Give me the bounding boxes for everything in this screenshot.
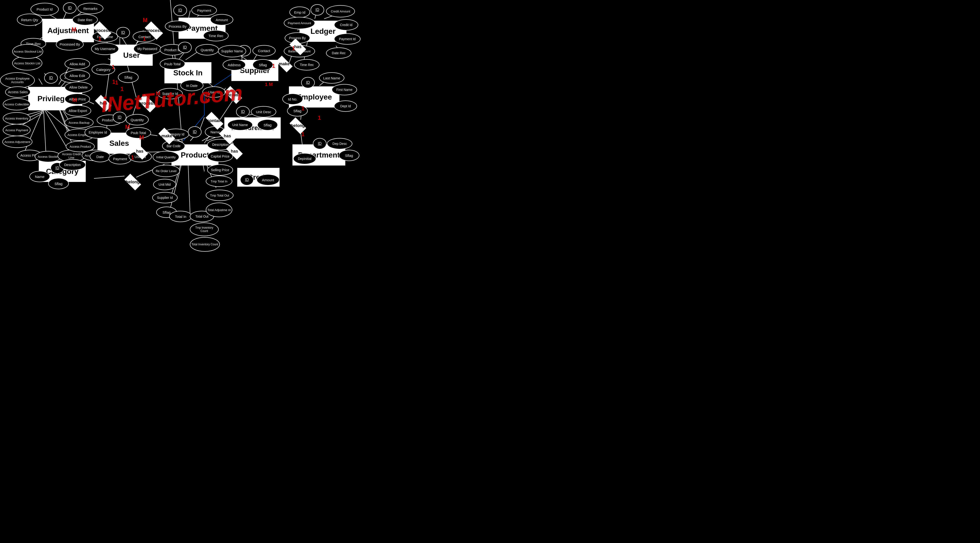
card-1-6: 1: [272, 63, 275, 69]
card-1-11: 1: [318, 114, 321, 121]
attr-prod-initialqty: Initial Quantity: [153, 151, 179, 163]
attr-cat-description: Description: [59, 159, 86, 170]
attr-adj-productid: Product Id: [30, 3, 59, 16]
attr-led-paymentamount: Payment Amount: [284, 17, 315, 29]
attr-priv-id: ID: [44, 72, 58, 84]
svg-line-36: [43, 108, 46, 151]
attr-dept-depinitial: Depinitial: [293, 153, 316, 164]
svg-line-102: [188, 160, 190, 218]
attr-sup-contact: Contact: [253, 45, 275, 56]
attr-priv-accessstockoutlist: Access Stockout List: [12, 44, 43, 59]
attr-prod-tmptotalinventory: Tmp Inventory Count: [190, 222, 219, 236]
attr-meas-unitdesc: Unit Desc: [251, 106, 276, 117]
attr-meas-id: ID: [236, 106, 250, 117]
attr-priv-accesscollectible: Access Collectible: [3, 98, 30, 110]
diamond-contain: contain: [202, 114, 228, 127]
attr-sales-employeeid: Employee Id: [84, 126, 111, 138]
attr-priv-accessbackup: Access Backup: [65, 117, 94, 128]
attr-priv-accessinventory: Access Inventory: [3, 112, 30, 124]
attr-pay-amount: Amount: [210, 14, 233, 25]
attr-prod-supplierid: Supplier Id: [152, 192, 178, 203]
diamond-belong1: belong: [121, 176, 145, 189]
attr-led-id: ID: [310, 4, 324, 16]
attr-led-daterec: Date Rec: [326, 48, 352, 59]
attr-cat-name: Name: [29, 171, 50, 182]
card-1m: 1 M: [265, 82, 273, 87]
card-1-8: 1: [115, 79, 118, 86]
attr-priv-accessproduct: Access Product: [66, 141, 95, 152]
attr-priv-allowexport: Allow Export: [65, 105, 91, 116]
attr-led-creditid: Credit Id: [334, 19, 358, 30]
attr-prod-id: ID: [188, 126, 202, 138]
attr-emp-deptid: Dept Id: [334, 100, 357, 112]
attr-adj-remarks: Remarks: [78, 3, 103, 14]
diamond-process1: process: [89, 24, 115, 38]
attr-emp-sflag: Sflag: [287, 105, 308, 116]
card-m3: M: [72, 97, 77, 103]
diamond-make1: make: [272, 57, 296, 70]
attr-emp-lastname: Last Name: [319, 72, 344, 84]
attr-user-myusername: My Username: [91, 43, 119, 55]
attr-prod-tmptotalout: Tmp Total Out: [206, 190, 234, 201]
attr-priv-accessstockin2: Access Stockin: [35, 151, 61, 162]
attr-led-creditamount: Credit Amount: [326, 5, 355, 17]
attr-adj-processedby: Processed By: [56, 38, 84, 51]
attr-prod-totalin: Total In: [169, 211, 192, 222]
diamond-belong2: belong: [286, 119, 310, 132]
attr-dept-id: ID: [313, 138, 326, 149]
attr-emp-id: ID: [301, 77, 315, 88]
attr-pay-payment: Payment: [191, 5, 217, 16]
attr-pay-id: ID: [173, 5, 187, 16]
svg-line-121: [94, 176, 124, 178]
attr-dept-sflag: Sflag: [339, 150, 360, 161]
attr-prod-tmptotalin: Tmp Total In: [206, 176, 232, 187]
attr-prod-reorderlevel: Re Order Level: [152, 165, 180, 177]
diamond-make2: make: [155, 130, 178, 143]
card-m2: M: [143, 17, 148, 24]
attr-adj-id: ID: [63, 2, 76, 14]
attr-priv-allowedit: Allow Edit: [65, 70, 90, 81]
card-1-3: 1: [111, 64, 115, 70]
attr-prod-totalinventory: Total Inventory Count: [190, 237, 220, 252]
attr-priv-allowprint: Allow Print: [65, 94, 90, 105]
attr-led-empid: Emp Id: [290, 6, 310, 18]
attr-meas-unitname: Unit Name: [228, 119, 253, 130]
attr-cat-sflag: Sflag: [48, 178, 69, 189]
attr-prod-tmpadjust: Total Adjustme nt: [206, 203, 232, 217]
attr-user-id: ID: [116, 27, 130, 38]
attr-led-paymentid: Payment Id: [334, 33, 361, 44]
attr-si-quantity: Quantity: [196, 44, 219, 56]
diamond-has-prod: has: [216, 130, 239, 143]
diamond-has-meas: has: [223, 145, 246, 158]
card-1-10: 1: [301, 131, 304, 138]
attr-si-psubtotal: Psub Total: [160, 58, 185, 70]
er-diagram: Adjustment User Payment Privileges Stock…: [0, 0, 980, 543]
diamond-process2: process: [141, 24, 167, 38]
card-m7: M: [139, 134, 144, 141]
attr-sup-suppliername: Supplier Name: [218, 45, 246, 57]
attr-priv-allowdelete: Allow Delete: [65, 82, 92, 93]
attr-priv-accesspayment: Access Payment: [3, 124, 30, 136]
attr-adj-returnqty: Return Qty: [17, 14, 42, 26]
attr-meas-sflag: Sflag: [257, 119, 278, 130]
svg-line-0: [49, 14, 56, 19]
attr-emp-idno: Id No.: [282, 94, 303, 105]
attr-sales-date: Date: [90, 151, 110, 162]
attr-credit-amount: Amount: [256, 174, 280, 186]
attr-priv-accesssales: Access Sales: [5, 86, 30, 98]
attr-pay-processBy: Process By: [165, 21, 190, 32]
card-1-1: 1: [98, 36, 101, 42]
attr-led-timerec: Time Rec: [294, 59, 320, 70]
card-m8: M: [125, 124, 130, 130]
attr-user-sflag: Sflag: [118, 71, 138, 83]
svg-line-37: [43, 108, 68, 150]
card-1-7: 1: [131, 154, 134, 161]
connection-lines: [0, 0, 980, 543]
svg-line-29: [39, 79, 42, 84]
attr-si-id: ID: [178, 42, 192, 53]
attr-dept-depdesc: Dep Desc: [327, 138, 352, 149]
card-1-12: 1: [292, 45, 295, 52]
attr-user-mypassword: My Password: [134, 43, 161, 55]
card-1-2: 1: [143, 36, 146, 42]
attr-prod-sellingprice: Selling Price: [207, 164, 233, 176]
